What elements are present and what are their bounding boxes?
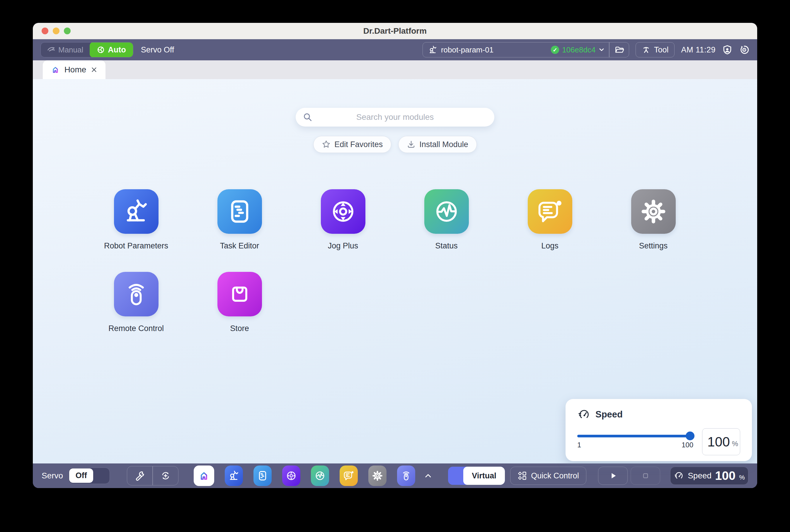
open-file-button[interactable] bbox=[609, 42, 629, 57]
robot-parameters-tile[interactable] bbox=[114, 189, 158, 234]
robot-selector[interactable]: robot-param-01 ✓ 106e8dc4 bbox=[422, 42, 629, 57]
dock-robot-parameters-button[interactable] bbox=[225, 466, 243, 486]
speed-panel: Speed 1 100 % bbox=[566, 399, 752, 461]
slider-min-label: 1 bbox=[577, 441, 581, 449]
bottom-toolbar: Servo Off bbox=[33, 463, 757, 488]
jog-pad-icon bbox=[285, 470, 297, 481]
top-toolbar: Manual Auto Servo Off robot-param-01 ✓ 1… bbox=[33, 39, 757, 60]
servo-label: Servo bbox=[42, 471, 63, 480]
module-label: Task Editor bbox=[220, 241, 259, 250]
jog-pad-icon bbox=[329, 197, 357, 226]
recovery-timer-icon[interactable] bbox=[739, 44, 750, 55]
dock-logs-button[interactable] bbox=[340, 466, 358, 486]
dock-jog-plus-button[interactable] bbox=[282, 466, 300, 486]
module-logs[interactable]: Logs bbox=[498, 189, 602, 250]
close-window-button[interactable] bbox=[42, 27, 48, 34]
zoom-window-button[interactable] bbox=[64, 27, 71, 34]
virtual-mode-toggle[interactable]: Virtual bbox=[448, 467, 505, 485]
robot-arm-icon bbox=[122, 197, 150, 226]
module-store[interactable]: Store bbox=[188, 272, 291, 333]
install-module-label: Install Module bbox=[419, 140, 468, 149]
dock-settings-button[interactable] bbox=[368, 466, 387, 486]
task-editor-tile[interactable] bbox=[218, 189, 262, 234]
mode-auto-button[interactable]: Auto bbox=[90, 42, 133, 57]
servo-toggle[interactable]: Off bbox=[68, 468, 110, 484]
module-label: Settings bbox=[639, 241, 668, 250]
slider-scale: 1 100 bbox=[577, 441, 693, 449]
virtual-mode-label[interactable]: Virtual bbox=[463, 467, 505, 485]
tool-label: Tool bbox=[654, 45, 669, 55]
mode-manual-button[interactable]: Manual bbox=[41, 45, 90, 55]
servo-status-label: Servo Off bbox=[141, 45, 174, 55]
status-tile[interactable] bbox=[424, 189, 469, 234]
mode-manual-label: Manual bbox=[58, 45, 83, 55]
user-shield-icon[interactable] bbox=[722, 44, 733, 55]
speed-value-input[interactable] bbox=[704, 434, 730, 450]
robot-name-label: robot-param-01 bbox=[441, 45, 493, 55]
stop-icon bbox=[641, 471, 650, 480]
speed-unit-label: % bbox=[732, 436, 738, 448]
pulse-icon bbox=[433, 197, 460, 226]
quick-control-icon bbox=[518, 471, 527, 480]
edit-favorites-button[interactable]: Edit Favorites bbox=[313, 136, 391, 153]
install-module-button[interactable]: Install Module bbox=[398, 136, 477, 153]
module-grid-row-1: Robot Parameters Task Editor Jog Plus St… bbox=[84, 189, 705, 250]
connected-check-icon: ✓ bbox=[551, 46, 559, 54]
dock-status-button[interactable] bbox=[311, 466, 329, 486]
speed-panel-header: Speed bbox=[577, 408, 740, 421]
module-task-editor[interactable]: Task Editor bbox=[188, 189, 291, 250]
tab-bar: Home bbox=[33, 60, 757, 79]
shopping-bag-icon bbox=[226, 280, 254, 308]
speed-indicator-value: 100 bbox=[715, 469, 735, 483]
slider-thumb[interactable] bbox=[686, 432, 694, 440]
module-status[interactable]: Status bbox=[395, 189, 498, 250]
tab-home-label: Home bbox=[64, 65, 87, 74]
search-input[interactable] bbox=[296, 108, 494, 127]
minimize-window-button[interactable] bbox=[53, 27, 59, 34]
slider-track[interactable] bbox=[577, 435, 693, 437]
close-tab-icon[interactable] bbox=[90, 66, 98, 74]
star-icon bbox=[322, 140, 331, 149]
jog-plus-tile[interactable] bbox=[321, 189, 365, 234]
stop-button[interactable] bbox=[631, 467, 660, 485]
task-document-icon bbox=[257, 470, 268, 481]
dock-home-button[interactable] bbox=[194, 466, 214, 486]
robot-arm-icon bbox=[228, 470, 240, 481]
speed-indicator-label: Speed bbox=[688, 471, 712, 480]
tool-icon bbox=[642, 45, 651, 54]
tool-button-group bbox=[127, 466, 178, 486]
sync-plus-button[interactable] bbox=[153, 467, 178, 485]
module-label: Logs bbox=[541, 241, 559, 250]
wrench-icon bbox=[135, 471, 145, 481]
tool-button[interactable]: Tool bbox=[636, 42, 675, 57]
remote-control-tile[interactable] bbox=[114, 272, 158, 317]
window-controls bbox=[42, 23, 71, 39]
wrench-button[interactable] bbox=[127, 467, 152, 485]
log-bubble-icon bbox=[343, 470, 355, 481]
servo-toggle-knob[interactable]: Off bbox=[69, 469, 93, 483]
tab-home[interactable]: Home bbox=[43, 60, 106, 79]
speed-indicator-button[interactable]: Speed 100 % bbox=[670, 467, 748, 485]
mode-auto-label: Auto bbox=[108, 45, 126, 55]
auto-swirl-icon bbox=[97, 46, 105, 54]
dock-task-editor-button[interactable] bbox=[253, 466, 271, 486]
module-robot-parameters[interactable]: Robot Parameters bbox=[84, 189, 188, 250]
store-tile[interactable] bbox=[218, 272, 262, 317]
module-settings[interactable]: Settings bbox=[602, 189, 705, 250]
clock-label: AM 11:29 bbox=[681, 45, 716, 55]
speed-slider[interactable]: 1 100 bbox=[577, 435, 693, 449]
quick-control-button[interactable]: Quick Control bbox=[510, 467, 586, 485]
module-remote-control[interactable]: Remote Control bbox=[84, 272, 188, 333]
dock-collapse-chevron-icon[interactable] bbox=[424, 471, 433, 480]
speed-indicator-unit: % bbox=[739, 470, 745, 481]
home-gradient-icon bbox=[198, 469, 210, 482]
logs-tile[interactable] bbox=[528, 189, 572, 234]
dock-remote-control-button[interactable] bbox=[397, 466, 415, 486]
settings-tile[interactable] bbox=[631, 189, 676, 234]
folder-icon bbox=[615, 45, 624, 55]
chevron-down-icon[interactable] bbox=[598, 46, 605, 53]
module-label: Remote Control bbox=[108, 324, 164, 333]
module-jog-plus[interactable]: Jog Plus bbox=[291, 189, 395, 250]
play-button[interactable] bbox=[598, 467, 628, 485]
robot-name-section: robot-param-01 bbox=[423, 45, 551, 55]
